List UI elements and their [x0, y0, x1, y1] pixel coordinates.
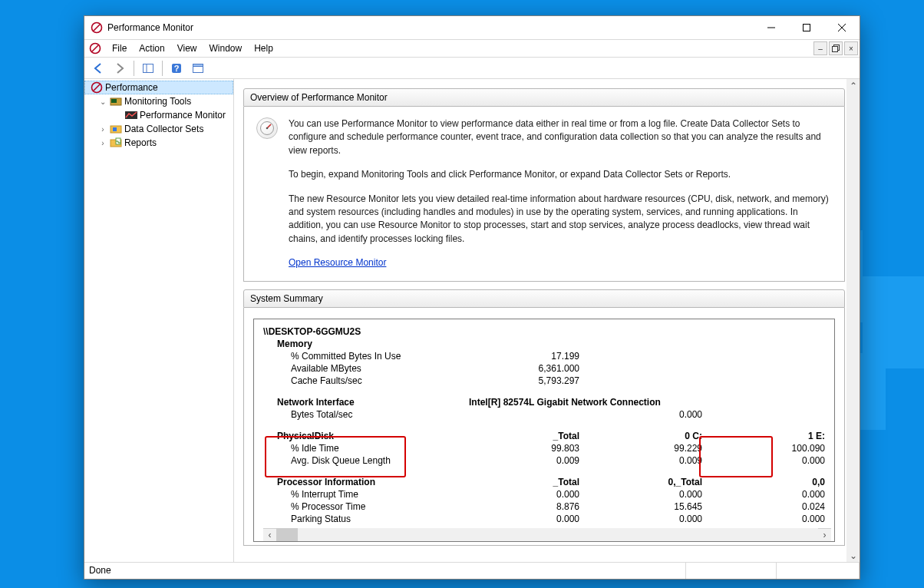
status-text: Done	[84, 563, 686, 579]
help-button[interactable]: ?	[167, 59, 186, 78]
svg-rect-9	[833, 47, 838, 52]
toolbar-separator	[134, 61, 134, 76]
status-cell-3	[777, 563, 860, 579]
navigation-tree[interactable]: Performance ⌄ Monitoring Tools Performan…	[84, 79, 234, 562]
tree-label: Reports	[124, 137, 157, 148]
tree-node-performance-monitor[interactable]: Performance Monitor	[84, 108, 233, 122]
scroll-left-button[interactable]: ‹	[263, 528, 276, 541]
tree-label: Performance	[105, 82, 158, 93]
processor-v1: 15.645	[586, 500, 708, 513]
parking-v0: 0.000	[463, 513, 586, 525]
mdi-restore-button[interactable]	[829, 41, 843, 55]
queue-label: Avg. Disk Queue Length	[263, 454, 463, 467]
idle-v1: 99.229	[586, 442, 708, 454]
gauge-icon	[256, 117, 278, 139]
back-button[interactable]	[89, 59, 107, 78]
status-cell-2	[686, 563, 777, 579]
network-instance: Intel[R] 82574L Gigabit Network Connecti…	[463, 396, 831, 408]
disk-title: PhysicalDisk	[263, 430, 463, 442]
idle-label: % Idle Time	[263, 442, 463, 454]
toolbar: ?	[84, 58, 860, 79]
tree-label: Monitoring Tools	[124, 96, 191, 107]
status-bar: Done	[84, 562, 860, 579]
scrollbar-thumb[interactable]	[276, 528, 298, 541]
tree-node-monitoring-tools[interactable]: ⌄ Monitoring Tools	[84, 94, 233, 108]
memory-title: Memory	[263, 338, 463, 350]
queue-v0: 0.009	[463, 454, 586, 467]
chevron-down-icon[interactable]: ⌄	[98, 97, 107, 106]
chevron-right-icon[interactable]: ›	[98, 125, 107, 134]
svg-rect-3	[804, 25, 810, 31]
scroll-right-button[interactable]: ›	[818, 528, 831, 541]
system-summary-body: \\DESKTOP-6GGMU2S Memory % Committed Byt…	[243, 308, 845, 546]
system-summary-header: System Summary	[243, 289, 845, 308]
menu-action[interactable]: Action	[133, 40, 170, 57]
computer-name: \\DESKTOP-6GGMU2S	[263, 325, 463, 338]
queue-v1: 0.009	[586, 454, 708, 467]
network-title: Network Interface	[263, 396, 463, 408]
processor-v0: 8.876	[463, 500, 586, 513]
perfmon-icon	[91, 81, 103, 94]
committed-value: 17.199	[463, 350, 586, 362]
proc-title: Processor Information	[263, 476, 463, 488]
scroll-down-button[interactable]: ⌄	[846, 549, 860, 562]
mdi-close-button[interactable]: ×	[844, 41, 858, 55]
folder-sets-icon	[110, 123, 122, 135]
chevron-right-icon[interactable]: ›	[98, 139, 107, 147]
menu-file[interactable]: File	[106, 40, 133, 57]
available-value: 6,361.000	[463, 362, 586, 375]
menu-help[interactable]: Help	[248, 40, 279, 57]
idle-v2: 100.090	[708, 442, 831, 454]
horizontal-scrollbar[interactable]: ‹ ›	[263, 528, 831, 541]
overview-paragraph-3: The new Resource Monitor lets you view d…	[289, 193, 832, 246]
window-title: Performance Monitor	[107, 22, 193, 33]
disk-col-0c: 0 C:	[586, 430, 708, 442]
content-area: Overview of Performance Monitor You can …	[234, 79, 846, 562]
minimize-button[interactable]	[754, 16, 789, 39]
svg-line-7	[92, 45, 98, 51]
tree-node-performance[interactable]: Performance	[84, 81, 233, 94]
bytes-value: 0.000	[586, 408, 708, 421]
forward-button[interactable]	[111, 59, 129, 78]
svg-rect-22	[113, 127, 117, 131]
scrollbar-track[interactable]	[276, 528, 818, 541]
app-icon	[91, 21, 103, 34]
tree-node-reports[interactable]: › Reports	[84, 136, 233, 150]
tree-label: Data Collector Sets	[124, 124, 203, 134]
interrupt-v1: 0.000	[586, 488, 708, 500]
cache-value: 5,793.297	[463, 375, 586, 387]
folder-icon	[110, 95, 122, 107]
cache-label: Cache Faults/sec	[263, 375, 463, 387]
svg-text:?: ?	[174, 64, 180, 73]
close-button[interactable]	[824, 16, 860, 39]
proc-col-1: 0,_Total	[586, 476, 708, 488]
disk-col-1e: 1 E:	[708, 430, 831, 442]
committed-label: % Committed Bytes In Use	[263, 350, 463, 362]
maximize-button[interactable]	[789, 16, 824, 39]
interrupt-v2: 0.000	[708, 488, 831, 500]
overview-header: Overview of Performance Monitor	[243, 88, 845, 107]
new-window-button[interactable]	[189, 59, 207, 78]
parking-v2: 0.000	[708, 513, 831, 525]
tree-node-data-collector-sets[interactable]: › Data Collector Sets	[84, 122, 233, 136]
queue-v2: 0.000	[708, 454, 831, 467]
tree-label: Performance Monitor	[140, 110, 226, 121]
menu-bar: File Action View Window Help – ×	[84, 39, 860, 58]
svg-rect-15	[193, 64, 203, 66]
interrupt-v0: 0.000	[463, 488, 586, 500]
svg-rect-19	[111, 99, 117, 103]
processor-label: % Processor Time	[263, 500, 463, 513]
parking-label: Parking Status	[263, 513, 463, 525]
vertical-scrollbar[interactable]: ⌃ ⌄	[846, 79, 860, 562]
menu-view[interactable]: View	[171, 40, 203, 57]
scroll-up-button[interactable]: ⌃	[846, 79, 860, 92]
interrupt-label: % Interrupt Time	[263, 488, 463, 500]
open-resource-monitor-link[interactable]: Open Resource Monitor	[289, 257, 386, 268]
disk-col-total: _Total	[463, 430, 586, 442]
menu-window[interactable]: Window	[203, 40, 249, 57]
title-bar[interactable]: Performance Monitor	[84, 16, 860, 39]
mdi-minimize-button[interactable]: –	[813, 41, 827, 55]
idle-v0: 99.803	[463, 442, 586, 454]
show-hide-tree-button[interactable]	[139, 59, 157, 78]
app-icon-small	[89, 42, 101, 55]
